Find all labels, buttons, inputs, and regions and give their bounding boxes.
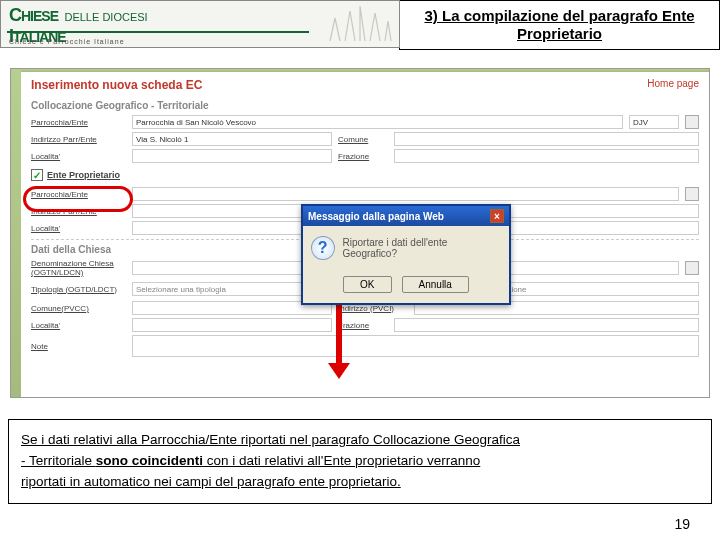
logo-sub: DELLE DIOCESI — [64, 11, 147, 23]
logo-foot: Chiese e Parrocchie Italiane — [9, 38, 125, 45]
dialog-text: Riportare i dati dell'ente Geografico? — [343, 237, 501, 259]
doc-icon-3[interactable] — [685, 261, 699, 275]
label-denominazione: Denominazione Chiesa (OGTN/LDCN) — [31, 259, 126, 277]
field-parrocchia[interactable]: Parrocchia di San Nicolò Vescovo — [132, 115, 623, 129]
confirm-dialog: Messaggio dalla pagina Web × ? Riportare… — [301, 204, 511, 305]
label-note: Note — [31, 342, 126, 351]
field-frazione[interactable] — [394, 149, 699, 163]
label-indirizzo2: Indirizzo Parr/Ente — [31, 207, 126, 216]
shot-left-border — [11, 69, 21, 397]
doc-icon-2[interactable] — [685, 187, 699, 201]
app-screenshot: Inserimento nuova scheda EC Home page Co… — [10, 68, 710, 398]
question-icon: ? — [311, 236, 335, 260]
field-comune[interactable] — [394, 132, 699, 146]
caption-line3: riportati in automatico nei campi del pa… — [21, 474, 401, 489]
home-link[interactable]: Home page — [647, 78, 699, 92]
label-localita: Localita' — [31, 152, 126, 161]
ok-button[interactable]: OK — [343, 276, 391, 293]
field-localita3[interactable] — [132, 318, 332, 332]
caption-line2b: sono coincidenti — [96, 453, 203, 468]
cathedral-icon — [325, 3, 395, 43]
slide-title-text: 3) La compilazione del paragrafo Ente Pr… — [408, 7, 711, 43]
logo-main: HIESE — [21, 8, 58, 24]
logo-c: C — [9, 5, 21, 25]
section-title: Inserimento nuova scheda EC Home page — [31, 78, 699, 92]
dialog-titlebar: Messaggio dalla pagina Web × — [303, 206, 509, 226]
field-djv[interactable]: DJV — [629, 115, 679, 129]
label-ente-proprietario: Ente Proprietario — [47, 170, 120, 180]
label-comune: Comune — [338, 135, 388, 144]
doc-icon[interactable] — [685, 115, 699, 129]
subsection-collocazione: Collocazione Geografico - Territoriale — [31, 100, 699, 111]
field-localita[interactable] — [132, 149, 332, 163]
cancel-button[interactable]: Annulla — [402, 276, 469, 293]
label-comune-pvcc: Comune(PVCC) — [31, 304, 126, 313]
label-localita2: Localita' — [31, 224, 126, 233]
label-localita3: Localita' — [31, 321, 126, 330]
label-parrocchia: Parrocchia/Ente — [31, 118, 126, 127]
close-icon[interactable]: × — [490, 209, 504, 223]
slide-title: 3) La compilazione del paragrafo Ente Pr… — [399, 0, 720, 50]
checkbox-ente-proprietario[interactable]: ✓ — [31, 169, 43, 181]
label-tipologia: Tipologia (OGTD/LDCT) — [31, 285, 126, 294]
field-indirizzo[interactable]: Via S. Nicolò 1 — [132, 132, 332, 146]
field-frazione3[interactable] — [394, 318, 699, 332]
logo-block: CHIESE DELLE DIOCESI ITALIANE Chiese e P… — [0, 0, 400, 48]
caption-line2c: con i dati relativi all'Ente proprietari… — [203, 453, 480, 468]
logo-line — [7, 31, 309, 33]
page-number: 19 — [674, 516, 690, 532]
label-frazione: Frazione — [338, 152, 388, 161]
header-row: CHIESE DELLE DIOCESI ITALIANE Chiese e P… — [0, 0, 720, 50]
section-title-text: Inserimento nuova scheda EC — [31, 78, 202, 92]
label-frazione3: Frazione — [338, 321, 388, 330]
label-parrocchia2: Parrocchia/Ente — [31, 190, 126, 199]
caption-box: Se i dati relativi alla Parrocchia/Ente … — [8, 419, 712, 504]
field-note[interactable] — [132, 335, 699, 357]
dialog-title: Messaggio dalla pagina Web — [308, 211, 444, 222]
caption-line1: Se i dati relativi alla Parrocchia/Ente … — [21, 432, 520, 447]
caption-line2a: - Territoriale — [21, 453, 96, 468]
field-parrocchia2[interactable] — [132, 187, 679, 201]
label-indirizzo: Indirizzo Parr/Ente — [31, 135, 126, 144]
